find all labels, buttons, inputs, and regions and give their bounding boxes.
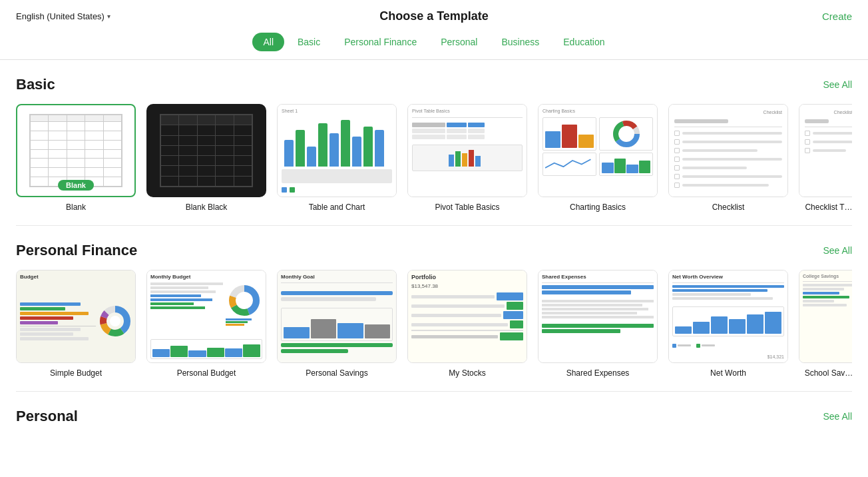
tab-business[interactable]: Business xyxy=(491,33,550,51)
chevron-down-icon: ▾ xyxy=(107,13,110,20)
language-label: English (United States) xyxy=(16,11,105,21)
blank-badge: Blank xyxy=(58,180,94,191)
svg-rect-3 xyxy=(469,150,474,167)
basic-template-row: Blank Blank xyxy=(16,104,852,212)
template-pivot-label: Pivot Table Basics xyxy=(435,203,499,212)
template-pivot-thumb: Pivot Table Basics xyxy=(407,104,527,197)
blank-grid xyxy=(29,114,122,187)
personal-finance-title: Personal Finance xyxy=(16,242,137,259)
section-divider-2 xyxy=(16,391,852,392)
personal-finance-section: Personal Finance See All Budget xyxy=(16,242,852,378)
chart-legend xyxy=(282,187,392,193)
template-checklist-2[interactable]: Checklist xyxy=(799,104,852,212)
personal-see-all[interactable]: See All xyxy=(823,411,852,422)
template-personal-budget[interactable]: Monthly Budget xyxy=(146,270,266,378)
chart-table xyxy=(282,169,392,183)
template-simple-budget[interactable]: Budget xyxy=(16,270,136,378)
template-blank-thumb: Blank xyxy=(16,104,136,197)
template-checklist-2-thumb: Checklist xyxy=(799,104,852,197)
template-blank-black[interactable]: Blank Black xyxy=(146,104,266,212)
svg-rect-0 xyxy=(449,155,454,167)
tab-personal[interactable]: Personal xyxy=(430,33,488,51)
pivot-rows xyxy=(412,123,523,193)
personal-finance-row: Budget xyxy=(16,270,852,378)
tab-personal-finance[interactable]: Personal Finance xyxy=(333,33,427,51)
template-net-worth[interactable]: Net Worth Overview xyxy=(668,270,788,378)
template-checklist-2-label: Checklist T… xyxy=(805,203,852,212)
charting-content: Charting Basics xyxy=(539,105,657,197)
blank-black-grid xyxy=(160,114,253,187)
template-school-savings-thumb: College Savings xyxy=(799,270,852,363)
basic-section-title: Basic xyxy=(16,76,55,93)
template-simple-budget-label: Simple Budget xyxy=(50,368,102,378)
tab-all[interactable]: All xyxy=(252,33,284,51)
template-blank-label: Blank xyxy=(66,203,86,212)
page-title: Choose a Template xyxy=(379,9,489,23)
svg-point-15 xyxy=(110,316,120,326)
section-divider-1 xyxy=(16,225,852,226)
template-my-stocks-label: My Stocks xyxy=(449,368,485,378)
chart-content: Sheet 1 xyxy=(278,105,396,197)
svg-point-20 xyxy=(239,295,250,306)
checklist-2-content: Checklist xyxy=(799,105,852,197)
template-school-savings[interactable]: College Savings School Sav… xyxy=(799,270,852,378)
template-personal-budget-label: Personal Budget xyxy=(177,368,236,378)
template-shared-expenses-thumb: Shared Expenses xyxy=(538,270,658,363)
school-savings-content: College Savings xyxy=(799,270,852,362)
tab-education[interactable]: Education xyxy=(552,33,615,51)
template-net-worth-thumb: Net Worth Overview xyxy=(668,270,788,363)
personal-budget-content: Monthly Budget xyxy=(147,270,266,362)
charting-layout xyxy=(542,117,653,193)
language-selector[interactable]: English (United States) ▾ xyxy=(16,11,110,21)
shared-expenses-content: Shared Expenses xyxy=(539,270,657,362)
net-worth-content: Net Worth Overview xyxy=(669,270,787,362)
personal-finance-header: Personal Finance See All xyxy=(16,242,852,259)
svg-rect-4 xyxy=(475,156,481,167)
template-charting-thumb: Charting Basics xyxy=(538,104,658,197)
basic-see-all[interactable]: See All xyxy=(823,79,852,90)
template-my-stocks-thumb: Portfolio $13,547.38 xyxy=(407,270,527,363)
template-checklist-label: Checklist xyxy=(712,203,745,212)
my-stocks-content: Portfolio $13,547.38 xyxy=(408,270,527,362)
simple-budget-content: Budget xyxy=(17,270,135,362)
template-table-chart[interactable]: Sheet 1 xyxy=(277,104,397,212)
template-checklist-thumb: Checklist xyxy=(668,104,788,197)
template-table-chart-thumb: Sheet 1 xyxy=(277,104,397,197)
bar-chart xyxy=(282,117,392,167)
personal-section: Personal See All xyxy=(16,408,852,425)
personal-section-header: Personal See All xyxy=(16,408,852,425)
template-charting[interactable]: Charting Basics xyxy=(538,104,658,212)
template-school-savings-label: School Sav… xyxy=(805,368,852,378)
basic-section-header: Basic See All xyxy=(16,76,852,93)
template-pivot[interactable]: Pivot Table Basics xyxy=(407,104,527,212)
template-shared-expenses-label: Shared Expenses xyxy=(566,368,630,378)
template-blank-black-thumb xyxy=(146,104,266,197)
template-personal-savings[interactable]: Monthly Goal xyxy=(277,270,397,378)
template-blank[interactable]: Blank Blank xyxy=(16,104,136,212)
template-checklist[interactable]: Checklist xyxy=(668,104,788,212)
template-charting-label: Charting Basics xyxy=(570,203,626,212)
tab-basic[interactable]: Basic xyxy=(287,33,331,51)
template-personal-budget-thumb: Monthly Budget xyxy=(146,270,266,363)
pivot-content: Pivot Table Basics xyxy=(408,105,527,197)
template-my-stocks[interactable]: Portfolio $13,547.38 xyxy=(407,270,527,378)
svg-rect-2 xyxy=(462,153,467,167)
template-shared-expenses[interactable]: Shared Expenses xyxy=(538,270,658,378)
template-net-worth-label: Net Worth xyxy=(710,368,746,378)
svg-rect-1 xyxy=(455,151,461,167)
category-tabs: All Basic Personal Finance Personal Busi… xyxy=(0,27,868,60)
template-blank-black-label: Blank Black xyxy=(186,203,228,212)
personal-savings-content: Monthly Goal xyxy=(278,270,396,362)
checklist-content: Checklist xyxy=(669,105,787,197)
personal-section-title: Personal xyxy=(16,408,78,425)
template-simple-budget-thumb: Budget xyxy=(16,270,136,363)
basic-section: Basic See All xyxy=(16,76,852,212)
personal-finance-see-all[interactable]: See All xyxy=(823,245,852,256)
template-table-chart-label: Table and Chart xyxy=(309,203,365,212)
create-button[interactable]: Create xyxy=(822,11,852,22)
template-personal-savings-thumb: Monthly Goal xyxy=(277,270,397,363)
template-personal-savings-label: Personal Savings xyxy=(306,368,367,378)
main-content: Basic See All xyxy=(0,60,868,452)
